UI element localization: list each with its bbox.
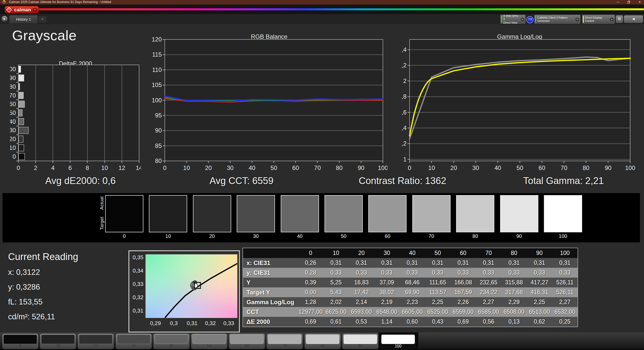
- restore-button[interactable]: [625, 0, 632, 5]
- svg-text:50: 50: [516, 164, 523, 171]
- pattern-level-patch: [344, 335, 377, 344]
- pattern-level-button-60[interactable]: 60: [229, 333, 265, 349]
- table-column-header: 30: [374, 250, 399, 256]
- svg-text:100: 100: [152, 97, 162, 104]
- pattern-level-label: 90: [342, 344, 378, 348]
- table-cell: 0,62: [527, 318, 552, 325]
- pattern-level-button-90[interactable]: 90: [342, 333, 379, 349]
- calman-menu-button[interactable]: calman ▼: [5, 6, 39, 13]
- grayscale-swatch-100: [544, 195, 582, 232]
- table-cell: 166,08: [451, 279, 476, 286]
- minimize-button[interactable]: —: [614, 0, 622, 5]
- grayscale-swatch-60: [368, 195, 407, 232]
- svg-text:90: 90: [605, 164, 612, 171]
- cie-y-tick-label: 0,34: [129, 268, 143, 274]
- cie-plot-area: [145, 254, 237, 318]
- svg-text:30: 30: [10, 127, 16, 134]
- svg-text:50: 50: [10, 109, 16, 116]
- pattern-level-patch: [79, 335, 112, 344]
- table-cell: 0,26: [298, 259, 323, 266]
- svg-text:70: 70: [10, 92, 16, 99]
- pattern-level-label: 40: [153, 344, 189, 348]
- svg-text:50: 50: [270, 164, 277, 171]
- table-cell: 6525,00: [425, 309, 450, 315]
- svg-text:2: 2: [403, 77, 407, 84]
- table-column-header: 10: [323, 250, 349, 256]
- pattern-level-label: 60: [229, 344, 265, 348]
- table-column-header: 50: [425, 250, 450, 256]
- pattern-level-label: 70: [267, 344, 303, 348]
- add-tab-button[interactable]: +: [38, 16, 47, 23]
- table-cell: 417,27: [527, 279, 552, 286]
- reading-fl: fL:153,55: [8, 297, 78, 307]
- table-cell: 0,31: [374, 259, 399, 266]
- summary-stats-row: Avg dE2000:0,6 Avg CCT:6559 Contrast Rat…: [0, 176, 644, 191]
- table-row: Target Y0,005,4317,4238,0269,90113,57167…: [243, 287, 578, 297]
- settings-button[interactable]: ⚙: [616, 15, 623, 23]
- page-title: Grayscale: [12, 27, 77, 43]
- table-cell: 6508,00: [501, 309, 527, 315]
- table-cell: 17,42: [349, 289, 374, 296]
- table-cell: 2,14: [349, 299, 374, 305]
- cie-x-tick-label: 0,31: [183, 320, 201, 327]
- pattern-level-button-10[interactable]: 10: [40, 333, 76, 349]
- table-cell: 68,46: [399, 279, 425, 286]
- pattern-level-patch: [117, 335, 150, 344]
- chevron-down-icon: ▼: [521, 18, 524, 21]
- pattern-level-button-30[interactable]: 30: [115, 333, 152, 349]
- pattern-level-patch: [192, 335, 226, 344]
- svg-text:95: 95: [155, 112, 162, 119]
- svg-text:100: 100: [378, 164, 387, 171]
- generator-label: CalMAN Client 3 Pattern Generator: [537, 16, 574, 23]
- table-cell: 416,31: [527, 289, 552, 296]
- svg-text:60: 60: [292, 164, 299, 171]
- table-row-label: CCT: [243, 309, 298, 316]
- pattern-level-button-70[interactable]: 70: [266, 333, 303, 349]
- table-cell: 6532,00: [552, 309, 578, 315]
- svg-text:2,2: 2,2: [402, 62, 407, 69]
- grayscale-swatch-90: [500, 195, 538, 232]
- table-cell: 2,25: [527, 299, 552, 305]
- table-cell: 0,33: [476, 269, 501, 276]
- display-control-dropdown[interactable]: Direct Display Control ▼: [582, 15, 615, 24]
- tab-history-1[interactable]: History 1: [9, 15, 38, 23]
- swatch-level-label: 30: [237, 233, 275, 239]
- pattern-level-patch: [41, 335, 75, 344]
- window-titlebar: Calman 2025 Calman Ultimate for Business…: [0, 0, 644, 5]
- pattern-level-button-20[interactable]: 20: [77, 333, 114, 349]
- svg-text:100: 100: [10, 66, 16, 72]
- svg-text:20: 20: [10, 136, 16, 142]
- table-column-header: 0: [298, 250, 323, 256]
- display-label: Direct Display Control: [585, 16, 609, 23]
- svg-text:110: 110: [152, 66, 162, 73]
- calman-wordmark: calman: [12, 7, 33, 13]
- pattern-level-button-80[interactable]: 80: [304, 333, 341, 349]
- pattern-level-patch: [4, 335, 37, 344]
- pattern-level-label: 80: [305, 344, 341, 348]
- generator-status-bar: [535, 16, 536, 23]
- swatch-level-label: 50: [325, 233, 363, 239]
- svg-text:10: 10: [10, 144, 16, 151]
- pattern-level-button-50[interactable]: 50: [191, 333, 227, 349]
- daylight-locus-curve: [165, 264, 237, 318]
- svg-text:1,6: 1,6: [402, 109, 407, 116]
- tab-scroll-button[interactable]: ▶: [1, 16, 8, 22]
- svg-text:10: 10: [101, 164, 108, 171]
- pattern-level-patch: [230, 335, 264, 344]
- table-cell: 0,31: [349, 259, 374, 266]
- pattern-level-button-100[interactable]: 100: [380, 333, 416, 349]
- pattern-level-button-40[interactable]: 40: [153, 333, 190, 349]
- pattern-level-label: 10: [40, 344, 76, 348]
- meter-dropdown[interactable]: X-Rite i1Pro 3 Direct View ▼: [500, 15, 526, 24]
- chevron-left-icon: ◀: [632, 17, 635, 21]
- table-cell: 12977,00: [298, 309, 323, 315]
- table-row: ΔE 20000,690,610,531,140,600,430,690,560…: [243, 317, 578, 327]
- swatch-level-label: 80: [456, 233, 494, 239]
- stat-total-gamma: Total Gamma:2,21: [483, 176, 644, 191]
- close-button[interactable]: ✕: [636, 0, 643, 5]
- swatch-level-label: 0: [105, 233, 143, 239]
- collapse-panel-button[interactable]: ◀: [624, 15, 643, 23]
- pattern-generator-dropdown[interactable]: CalMAN Client 3 Pattern Generator ▼: [534, 15, 581, 24]
- table-cell: 317,68: [501, 289, 527, 296]
- pattern-level-button-0[interactable]: 0: [2, 333, 38, 349]
